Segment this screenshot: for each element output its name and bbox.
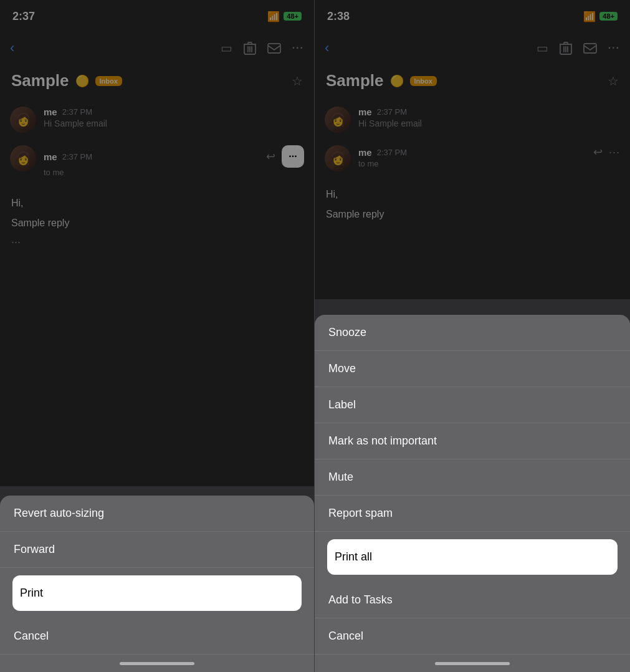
right-sheet-item-2[interactable]: Label — [315, 387, 630, 423]
right-dim-overlay — [315, 0, 630, 299]
right-home-indicator — [315, 655, 630, 672]
left-sheet-highlight-wrapper: Print — [0, 568, 314, 618]
left-bottom-sheet: Revert auto-sizing Forward Print Cancel — [0, 496, 314, 672]
right-sheet-item-5[interactable]: Report spam — [315, 496, 630, 532]
left-sheet-item-0[interactable]: Revert auto-sizing — [0, 496, 314, 532]
right-sheet-item-7[interactable]: Add to Tasks — [315, 582, 630, 618]
left-home-bar — [120, 662, 194, 665]
right-sheet-item-3[interactable]: Mark as not important — [315, 423, 630, 459]
right-sheet-item-4[interactable]: Mute — [315, 459, 630, 496]
right-print-all-label: Print all — [335, 550, 372, 563]
right-sheet-item-0[interactable]: Snooze — [315, 315, 630, 351]
left-phone-panel: 2:37 📶 48+ ‹ ▭ — [0, 0, 315, 672]
right-sheet-item-8[interactable]: Cancel — [315, 618, 630, 655]
left-sheet-item-highlight[interactable]: Print — [12, 575, 302, 611]
right-phone-panel: 2:38 📶 48+ ‹ ▭ — [315, 0, 630, 672]
left-sheet-item-1[interactable]: Forward — [0, 532, 314, 568]
left-print-label: Print — [20, 587, 43, 599]
right-sheet-highlight-wrapper: Print all — [315, 532, 630, 582]
left-home-indicator — [0, 655, 314, 672]
right-home-bar — [435, 662, 510, 665]
right-bottom-sheet: Snooze Move Label Mark as not important … — [315, 315, 630, 672]
left-dim-overlay — [0, 0, 314, 486]
left-sheet-item-3[interactable]: Cancel — [0, 618, 314, 655]
right-sheet-item-highlight[interactable]: Print all — [327, 539, 618, 575]
right-sheet-item-1[interactable]: Move — [315, 351, 630, 387]
